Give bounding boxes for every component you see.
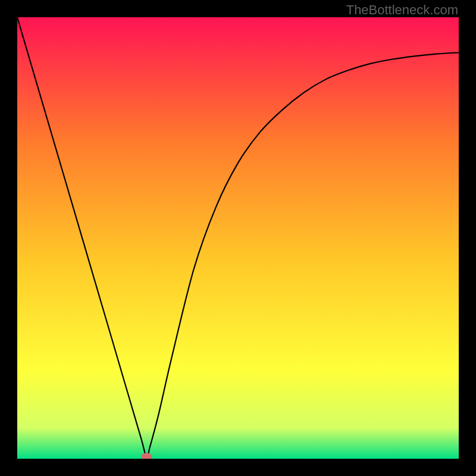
watermark-text: TheBottleneck.com — [346, 2, 458, 18]
chart-frame — [17, 17, 459, 459]
bottleneck-chart — [17, 17, 459, 459]
gradient-background — [17, 17, 459, 459]
